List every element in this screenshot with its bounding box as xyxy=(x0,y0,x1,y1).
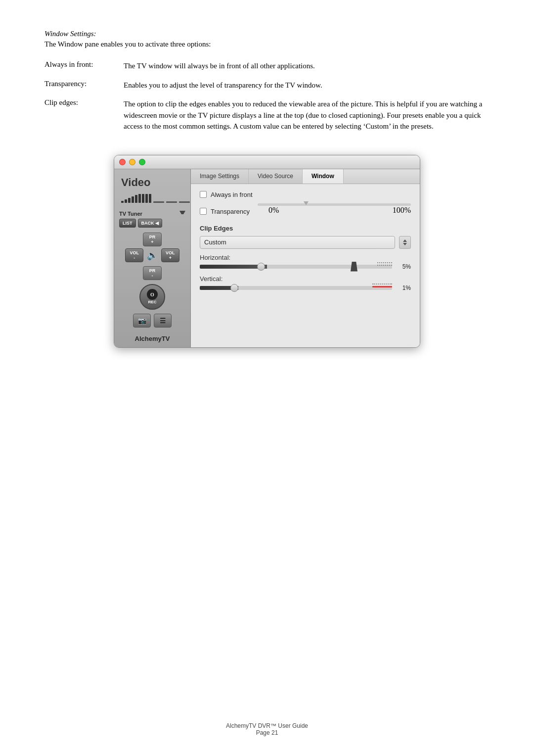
bottom-icons-row: 📷 ☰ xyxy=(133,314,172,328)
vertical-slider-row: 1% xyxy=(200,284,411,291)
section-intro: The Window pane enables you to activate … xyxy=(44,40,490,48)
rec-label: REC xyxy=(148,300,157,304)
always-in-front-row: Always in front xyxy=(200,191,411,198)
signal-bars-icon xyxy=(119,194,151,203)
section-title: Window Settings: xyxy=(44,30,490,38)
clip-edges-dropdown-row: Custom xyxy=(200,236,411,249)
always-in-front-checkbox[interactable] xyxy=(200,191,207,198)
vol-minus-button[interactable]: VOL- xyxy=(125,248,143,262)
clip-edges-heading: Clip Edges xyxy=(200,225,411,232)
vertical-value: 1% xyxy=(396,284,411,291)
source-label: TV Tuner xyxy=(119,211,178,217)
rec-button[interactable]: O REC xyxy=(139,284,165,310)
dash-lines-icon xyxy=(153,201,190,203)
transparency-checkbox[interactable] xyxy=(200,208,207,215)
app-name: AlchemyTV xyxy=(135,335,170,342)
back-button[interactable]: BACK ◀ xyxy=(138,219,162,228)
vertical-colored-line xyxy=(372,286,392,287)
horizontal-label: Horizontal: xyxy=(200,254,411,261)
vol-plus-button[interactable]: VOL+ xyxy=(161,248,179,262)
def-desc-clip-edges: The option to clip the edges enables you… xyxy=(124,98,490,140)
clip-edges-stepper[interactable] xyxy=(399,236,411,249)
sidebar: Video xyxy=(114,169,191,347)
transparency-row: Transparency 0% 100% xyxy=(200,203,411,220)
controls-row: LIST BACK ◀ xyxy=(119,219,185,228)
tab-window[interactable]: Window xyxy=(303,169,344,184)
pr-plus-button[interactable]: PR+ xyxy=(143,233,162,246)
sidebar-title: Video xyxy=(119,176,151,189)
minimize-button-icon[interactable] xyxy=(129,159,135,165)
horizontal-value: 5% xyxy=(396,263,411,270)
page-content: Window Settings: The Window pane enables… xyxy=(0,0,534,407)
list-view-icon: ☰ xyxy=(160,317,166,325)
def-desc-always-in-front: The TV window will always be in front of… xyxy=(124,60,490,80)
panel-content: Always in front Transparency xyxy=(191,184,420,303)
definition-table: Always in front: The TV window will alwa… xyxy=(44,60,490,140)
footer-line2: Page 21 xyxy=(0,729,534,736)
def-row-transparency: Transparency: Enables you to adjust the … xyxy=(44,80,490,99)
vol-row: VOL- 🔈 VOL+ xyxy=(125,248,179,262)
clip-edges-dropdown[interactable]: Custom xyxy=(200,236,395,249)
stepper-up-icon xyxy=(403,239,407,242)
app-window: Video xyxy=(114,155,420,348)
maximize-button-icon[interactable] xyxy=(139,159,145,165)
window-body: Video xyxy=(114,169,420,347)
transparency-max-label: 100% xyxy=(393,206,411,215)
def-term-transparency: Transparency: xyxy=(44,80,124,99)
list-view-button[interactable]: ☰ xyxy=(154,314,172,328)
def-desc-transparency: Enables you to adjust the level of trans… xyxy=(124,80,490,99)
close-button-icon[interactable] xyxy=(119,159,126,165)
snapshot-icon: 📷 xyxy=(138,317,146,325)
transparency-min-label: 0% xyxy=(268,206,279,215)
horizontal-slider-row: 5% xyxy=(200,263,411,270)
vertical-slider-track[interactable] xyxy=(200,286,392,290)
horizontal-slider-track[interactable] xyxy=(200,265,392,269)
def-term-always-in-front: Always in front: xyxy=(44,60,124,80)
transparency-label: Transparency xyxy=(211,208,250,215)
def-term-clip-edges: Clip edges: xyxy=(44,98,124,140)
tab-bar: Image Settings Video Source Window xyxy=(191,169,420,184)
tab-video-source[interactable]: Video Source xyxy=(249,169,303,184)
dotted-indicator-2 xyxy=(377,265,392,266)
stepper-down-icon xyxy=(403,243,407,245)
dotted-indicator xyxy=(377,262,392,264)
horizontal-slider-thumb[interactable] xyxy=(257,263,265,271)
always-in-front-label: Always in front xyxy=(211,191,253,198)
def-row-clip-edges: Clip edges: The option to clip the edges… xyxy=(44,98,490,140)
vertical-slider-section: Vertical: 1% xyxy=(200,275,411,291)
tab-image-settings[interactable]: Image Settings xyxy=(191,169,249,184)
vertical-dotted-1 xyxy=(372,284,392,285)
page-footer: AlchemyTV DVR™ User Guide Page 21 xyxy=(0,722,534,736)
horizontal-slider-section: Horizontal: 5% xyxy=(200,254,411,270)
vertical-slider-thumb[interactable] xyxy=(230,284,238,292)
rec-circle-icon: O xyxy=(147,289,158,300)
snapshot-button[interactable]: 📷 xyxy=(133,314,151,328)
footer-line1: AlchemyTV DVR™ User Guide xyxy=(0,722,534,729)
clip-indicator-icon xyxy=(351,262,357,272)
window-titlebar xyxy=(114,155,420,169)
pr-minus-button[interactable]: PR- xyxy=(143,266,162,280)
main-panel: Image Settings Video Source Window Alway… xyxy=(191,169,420,347)
transparency-slider-labels: 0% 100% xyxy=(258,206,411,220)
source-row: TV Tuner xyxy=(119,211,185,217)
list-button[interactable]: LIST xyxy=(119,219,136,228)
def-row-always-in-front: Always in front: The TV window will alwa… xyxy=(44,60,490,80)
source-dropdown-arrow-icon[interactable] xyxy=(179,211,185,217)
vertical-label: Vertical: xyxy=(200,275,411,283)
speaker-icon: 🔈 xyxy=(145,250,159,261)
